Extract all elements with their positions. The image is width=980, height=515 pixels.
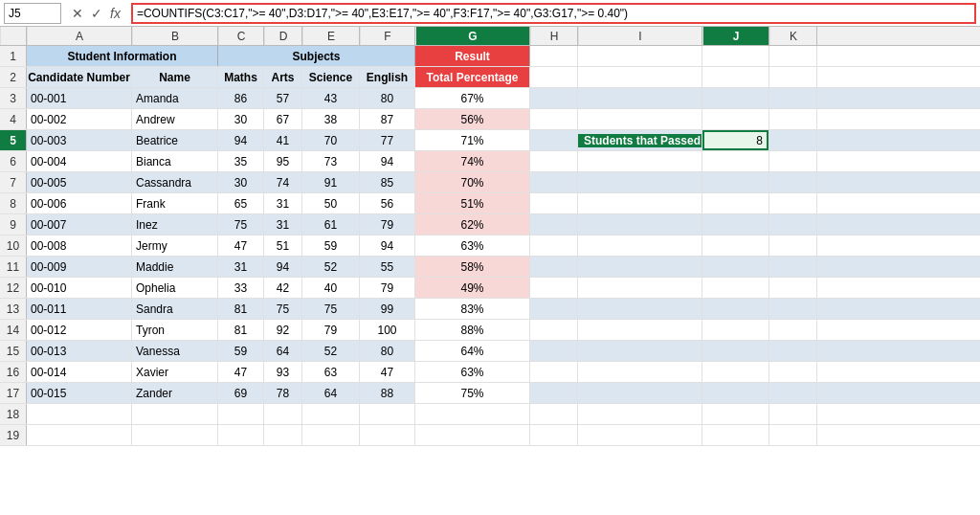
cancel-formula-icon[interactable]: ✕	[69, 5, 86, 22]
cell-pct-9[interactable]: 62%	[415, 214, 530, 235]
cell-name-10[interactable]: Jermy	[132, 235, 218, 256]
cell-id-6[interactable]: 00-004	[27, 151, 132, 171]
cell-id-12[interactable]: 00-010	[27, 278, 132, 298]
cell-name-6[interactable]: Bianca	[132, 151, 218, 171]
col-header-E[interactable]: E	[302, 27, 360, 45]
cell-pct-10[interactable]: 63%	[415, 235, 530, 256]
cell-arts-header[interactable]: Arts	[264, 67, 302, 87]
cell-arts-5[interactable]: 41	[264, 130, 302, 150]
cell-english-6[interactable]: 94	[360, 151, 415, 171]
cell-english-7[interactable]: 85	[360, 172, 415, 192]
cell-pct-3[interactable]: 67%	[415, 88, 530, 108]
cell-english-11[interactable]: 55	[360, 257, 415, 277]
cell-total-pct-header[interactable]: Total Percentage	[415, 67, 530, 87]
cell-science-12[interactable]: 40	[302, 278, 360, 298]
cell-arts-8[interactable]: 31	[264, 193, 302, 213]
cell-id-3[interactable]: 00-001	[27, 88, 132, 108]
cell-j-5[interactable]: 8	[702, 130, 769, 150]
cell-name-3[interactable]: Amanda	[132, 88, 218, 108]
cell-id-4[interactable]: 00-002	[27, 109, 132, 129]
cell-pct-12[interactable]: 49%	[415, 278, 530, 298]
cell-id-15[interactable]: 00-013	[27, 341, 132, 361]
cell-pct-15[interactable]: 64%	[415, 341, 530, 361]
cell-id-7[interactable]: 00-005	[27, 172, 132, 192]
cell-pct-6[interactable]: 74%	[415, 151, 530, 171]
cell-name-15[interactable]: Vanessa	[132, 341, 218, 361]
cell-student-info-header[interactable]: Student Information	[27, 46, 218, 66]
cell-science-6[interactable]: 73	[302, 151, 360, 171]
cell-id-13[interactable]: 00-011	[27, 299, 132, 319]
cell-name-11[interactable]: Maddie	[132, 257, 218, 277]
cell-maths-5[interactable]: 94	[218, 130, 264, 150]
cell-maths-15[interactable]: 59	[218, 341, 264, 361]
cell-english-10[interactable]: 94	[360, 235, 415, 256]
cell-id-9[interactable]: 00-007	[27, 214, 132, 235]
cell-id-10[interactable]: 00-008	[27, 235, 132, 256]
cell-subjects-header[interactable]: Subjects	[218, 46, 415, 66]
cell-arts-13[interactable]: 75	[264, 299, 302, 319]
insert-function-icon[interactable]: fx	[107, 5, 123, 22]
cell-name-12[interactable]: Ophelia	[132, 278, 218, 298]
cell-pct-11[interactable]: 58%	[415, 257, 530, 277]
cell-maths-7[interactable]: 30	[218, 172, 264, 192]
cell-pct-5[interactable]: 71%	[415, 130, 530, 150]
col-header-H[interactable]: H	[530, 27, 578, 45]
cell-arts-14[interactable]: 92	[264, 320, 302, 340]
cell-reference-box[interactable]: J5	[4, 3, 61, 24]
cell-name-16[interactable]: Xavier	[132, 362, 218, 382]
cell-science-header[interactable]: Science	[302, 67, 360, 87]
cell-science-14[interactable]: 79	[302, 320, 360, 340]
cell-pct-14[interactable]: 88%	[415, 320, 530, 340]
cell-english-3[interactable]: 80	[360, 88, 415, 108]
cell-id-14[interactable]: 00-012	[27, 320, 132, 340]
cell-science-17[interactable]: 64	[302, 383, 360, 403]
cell-english-header[interactable]: English	[360, 67, 415, 87]
cell-maths-12[interactable]: 33	[218, 278, 264, 298]
cell-name-13[interactable]: Sandra	[132, 299, 218, 319]
cell-name-17[interactable]: Zander	[132, 383, 218, 403]
cell-science-3[interactable]: 43	[302, 88, 360, 108]
col-header-J[interactable]: J	[702, 27, 769, 45]
cell-english-4[interactable]: 87	[360, 109, 415, 129]
cell-english-14[interactable]: 100	[360, 320, 415, 340]
cell-science-8[interactable]: 50	[302, 193, 360, 213]
students-passed-value[interactable]: 8	[702, 130, 768, 150]
cell-arts-12[interactable]: 42	[264, 278, 302, 298]
cell-name-14[interactable]: Tyron	[132, 320, 218, 340]
cell-id-17[interactable]: 00-015	[27, 383, 132, 403]
col-header-C[interactable]: C	[218, 27, 264, 45]
cell-english-9[interactable]: 79	[360, 214, 415, 235]
cell-arts-10[interactable]: 51	[264, 235, 302, 256]
formula-input[interactable]: =COUNTIFS(C3:C17,">= 40",D3:D17,">= 40",…	[131, 3, 976, 24]
cell-maths-10[interactable]: 47	[218, 235, 264, 256]
cell-arts-9[interactable]: 31	[264, 214, 302, 235]
col-header-D[interactable]: D	[264, 27, 302, 45]
cell-science-13[interactable]: 75	[302, 299, 360, 319]
cell-arts-6[interactable]: 95	[264, 151, 302, 171]
cell-arts-3[interactable]: 57	[264, 88, 302, 108]
cell-maths-4[interactable]: 30	[218, 109, 264, 129]
cell-english-8[interactable]: 56	[360, 193, 415, 213]
cell-id-11[interactable]: 00-009	[27, 257, 132, 277]
cell-english-5[interactable]: 77	[360, 130, 415, 150]
cell-pct-8[interactable]: 51%	[415, 193, 530, 213]
col-header-I[interactable]: I	[578, 27, 702, 45]
cell-english-15[interactable]: 80	[360, 341, 415, 361]
cell-candidate-num-header[interactable]: Candidate Number	[27, 67, 132, 87]
cell-pct-4[interactable]: 56%	[415, 109, 530, 129]
cell-id-5[interactable]: 00-003	[27, 130, 132, 150]
cell-arts-15[interactable]: 64	[264, 341, 302, 361]
cell-science-9[interactable]: 61	[302, 214, 360, 235]
cell-maths-11[interactable]: 31	[218, 257, 264, 277]
cell-science-16[interactable]: 63	[302, 362, 360, 382]
cell-name-header[interactable]: Name	[132, 67, 218, 87]
col-header-G[interactable]: G	[415, 27, 530, 45]
cell-arts-7[interactable]: 74	[264, 172, 302, 192]
cell-pct-17[interactable]: 75%	[415, 383, 530, 403]
cell-pct-7[interactable]: 70%	[415, 172, 530, 192]
cell-science-11[interactable]: 52	[302, 257, 360, 277]
cell-maths-9[interactable]: 75	[218, 214, 264, 235]
cell-result-header[interactable]: Result	[415, 46, 530, 66]
cell-english-17[interactable]: 88	[360, 383, 415, 403]
cell-science-10[interactable]: 59	[302, 235, 360, 256]
